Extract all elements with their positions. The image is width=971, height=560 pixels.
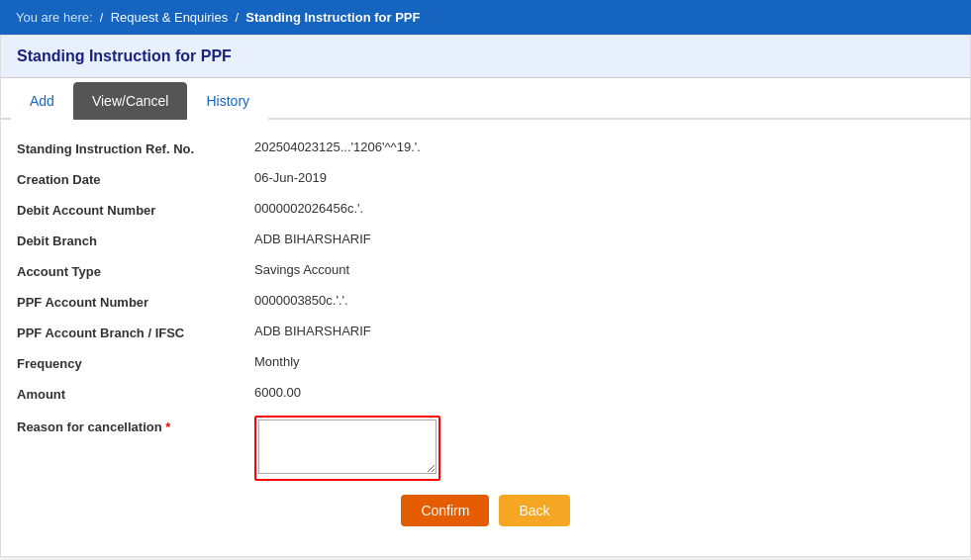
field-row-si-ref: Standing Instruction Ref. No. 2025040231… [17, 140, 954, 156]
value-account-type: Savings Account [254, 262, 349, 277]
page-header: Standing Instruction for PPF [1, 36, 970, 78]
tab-add[interactable]: Add [11, 82, 73, 120]
back-button[interactable]: Back [499, 495, 569, 526]
confirm-button[interactable]: Confirm [401, 495, 489, 526]
field-row-account-type: Account Type Savings Account [17, 262, 954, 279]
label-si-ref: Standing Instruction Ref. No. [17, 140, 254, 156]
label-debit-account: Debit Account Number [17, 201, 254, 218]
label-ppf-branch: PPF Account Branch / IFSC [17, 324, 254, 340]
label-creation-date: Creation Date [17, 170, 254, 187]
reason-input-wrapper [254, 416, 440, 481]
tab-view-cancel[interactable]: View/Cancel [73, 82, 188, 120]
value-ppf-account: 0000003850c.'.'. [254, 293, 348, 308]
value-si-ref: 202504023125...'1206'^^19.'. [254, 140, 421, 154]
page-container: Standing Instruction for PPF Add View/Ca… [0, 35, 971, 557]
main-content: Standing Instruction Ref. No. 2025040231… [1, 120, 970, 556]
top-bar: You are here: / Request & Enquiries / St… [0, 0, 971, 35]
value-debit-account: 0000002026456c.'. [254, 201, 363, 216]
label-debit-branch: Debit Branch [17, 232, 254, 248]
breadcrumb-page: Standing Instruction for PPF [245, 10, 420, 25]
value-amount: 6000.00 [254, 385, 301, 400]
field-row-debit-branch: Debit Branch ADB BIHARSHARIF [17, 232, 954, 248]
field-row-ppf-branch: PPF Account Branch / IFSC ADB BIHARSHARI… [17, 324, 954, 340]
value-creation-date: 06-Jun-2019 [254, 170, 327, 185]
field-row-frequency: Frequency Monthly [17, 354, 954, 371]
reason-textarea[interactable] [258, 420, 437, 474]
label-account-type: Account Type [17, 262, 254, 279]
page-title: Standing Instruction for PPF [17, 47, 954, 65]
field-row-reason: Reason for cancellation * [17, 416, 954, 481]
breadcrumb-prefix: You are here: [16, 10, 93, 25]
field-row-ppf-account: PPF Account Number 0000003850c.'.'. [17, 293, 954, 310]
value-frequency: Monthly [254, 354, 300, 369]
field-row-debit-account: Debit Account Number 0000002026456c.'. [17, 201, 954, 218]
label-frequency: Frequency [17, 354, 254, 371]
label-reason: Reason for cancellation * [17, 416, 254, 434]
action-buttons: Confirm Back [17, 495, 954, 536]
tab-history[interactable]: History [187, 82, 268, 120]
field-row-amount: Amount 6000.00 [17, 385, 954, 402]
value-ppf-branch: ADB BIHARSHARIF [254, 324, 371, 338]
tab-bar: Add View/Cancel History [1, 82, 970, 120]
breadcrumb-section[interactable]: Request & Enquiries [111, 10, 229, 25]
label-amount: Amount [17, 385, 254, 402]
value-debit-branch: ADB BIHARSHARIF [254, 232, 371, 246]
label-ppf-account: PPF Account Number [17, 293, 254, 310]
required-marker: * [165, 420, 170, 434]
field-row-creation-date: Creation Date 06-Jun-2019 [17, 170, 954, 187]
